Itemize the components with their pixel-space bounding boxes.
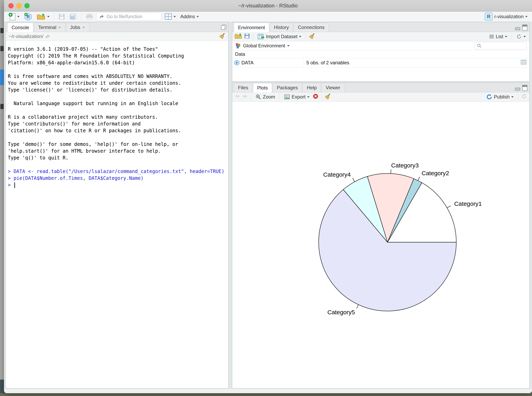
- tab-help[interactable]: Help: [303, 83, 321, 92]
- open-file-button[interactable]: [35, 12, 51, 21]
- addins-dropdown[interactable]: Addins: [179, 13, 200, 20]
- list-view-dropdown[interactable]: List: [488, 33, 509, 40]
- pie-label-tick: [353, 178, 355, 182]
- pie-label: Category4: [323, 171, 351, 178]
- publish-dropdown[interactable]: Publish: [485, 93, 515, 101]
- environment-search-input[interactable]: [483, 43, 520, 49]
- pie-label: Category2: [421, 170, 449, 176]
- magnifier-icon: [256, 94, 261, 100]
- tab-environment[interactable]: Environment: [234, 23, 269, 32]
- toolbar-separator: [253, 33, 253, 40]
- maximize-pane-icon[interactable]: [522, 85, 527, 91]
- tab-terminal[interactable]: Terminal ×: [34, 23, 65, 32]
- window-title: ~/r-visualization - RStudio: [238, 3, 298, 9]
- console-output-line: Copyright (C) 2019 The R Foundation for …: [8, 52, 228, 59]
- tab-viewer[interactable]: Viewer: [322, 83, 345, 92]
- background-window-edge: [0, 0, 4, 380]
- next-plot-button[interactable]: [242, 94, 248, 100]
- tab-label: Environment: [238, 23, 265, 32]
- chevron-down-icon: [511, 96, 514, 98]
- publish-icon: [486, 94, 492, 100]
- main-toolbar: R: [4, 12, 532, 22]
- popout-pane-icon[interactable]: [221, 25, 226, 30]
- new-project-icon: R: [24, 12, 32, 21]
- desktop-background: [0, 393, 532, 396]
- console-output-line: Type 'license()' or 'licence()' for dist…: [8, 87, 228, 93]
- console-command-line: > pie(DATA$Number.of.Times, DATA$Categor…: [8, 175, 228, 182]
- list-icon: [489, 34, 494, 39]
- new-project-button[interactable]: R: [23, 12, 34, 22]
- close-icon[interactable]: ×: [82, 25, 85, 30]
- goto-directory-icon[interactable]: [45, 34, 50, 39]
- search-icon: [477, 43, 482, 48]
- save-workspace-button[interactable]: [244, 33, 250, 40]
- export-label: Export: [292, 94, 305, 100]
- chevron-down-icon: [307, 96, 310, 98]
- tab-label: History: [274, 23, 289, 32]
- rstudio-window: ~/r-visualization - RStudio R: [4, 0, 532, 393]
- previous-plot-button[interactable]: [235, 94, 240, 100]
- view-table-button[interactable]: [520, 59, 526, 66]
- export-dropdown[interactable]: Export: [283, 93, 310, 100]
- save-all-button[interactable]: [68, 13, 78, 21]
- text-cursor: [14, 182, 15, 188]
- import-dataset-icon: [257, 34, 264, 39]
- tab-files[interactable]: Files: [234, 83, 252, 92]
- console-output-line: [8, 93, 228, 100]
- project-dropdown[interactable]: R r-visualization: [483, 12, 529, 21]
- save-button[interactable]: [57, 13, 66, 21]
- zoom-plot-button[interactable]: Zoom: [254, 93, 276, 100]
- print-button[interactable]: [84, 13, 94, 21]
- tab-history[interactable]: History: [270, 23, 293, 32]
- close-icon[interactable]: ×: [58, 25, 61, 30]
- broom-icon: [309, 33, 315, 39]
- tab-plots[interactable]: Plots: [253, 83, 272, 92]
- console-output-line: Type 'q()' to quit R.: [8, 154, 228, 161]
- zoom-window-button[interactable]: [24, 3, 29, 8]
- goto-file-input[interactable]: [106, 14, 151, 20]
- table-icon: [520, 59, 526, 65]
- clear-console-button[interactable]: [219, 33, 225, 40]
- new-file-button[interactable]: [7, 12, 21, 21]
- console-header: ~/r-visualization/: [6, 32, 228, 41]
- tab-connections[interactable]: Connections: [294, 23, 328, 32]
- minimize-pane-icon[interactable]: [515, 88, 520, 91]
- console-output-line: You are welcome to redistribute it under…: [8, 80, 228, 87]
- console-output-line: R is free software and comes with ABSOLU…: [8, 73, 228, 80]
- background-blob: [0, 46, 4, 51]
- tab-packages[interactable]: Packages: [273, 83, 302, 92]
- clear-objects-button[interactable]: [309, 33, 315, 40]
- clear-all-plots-button[interactable]: [325, 93, 331, 101]
- expand-object-icon[interactable]: [234, 60, 240, 65]
- remove-plot-button[interactable]: [313, 93, 318, 100]
- console-output[interactable]: R version 3.6.1 (2019-07-05) -- "Action …: [6, 41, 228, 188]
- load-workspace-button[interactable]: [235, 33, 242, 40]
- toolbar-separator: [279, 94, 280, 100]
- environment-scope-bar: Global Environment: [232, 41, 529, 50]
- new-file-icon: [8, 13, 16, 21]
- pane-layout-button[interactable]: [164, 13, 177, 21]
- refresh-plot-button[interactable]: [521, 93, 527, 100]
- minimize-window-button[interactable]: [16, 3, 22, 8]
- minimize-pane-icon[interactable]: [515, 27, 520, 30]
- environment-tabstrip: Environment History Connections: [232, 22, 529, 32]
- environment-object-row[interactable]: DATA 5 obs. of 2 variables: [232, 58, 529, 68]
- background-blob: [0, 104, 4, 109]
- environment-searchbox: [475, 42, 526, 50]
- refresh-environment-button[interactable]: [515, 33, 527, 40]
- console-prompt-line[interactable]: >: [8, 182, 228, 188]
- save-icon: [244, 33, 250, 39]
- import-dataset-dropdown[interactable]: Import Dataset: [256, 33, 303, 40]
- console-output-line: 'citation()' on how to cite R or R packa…: [8, 127, 228, 134]
- close-window-button[interactable]: [8, 3, 14, 8]
- tab-console[interactable]: Console: [7, 23, 33, 32]
- tab-jobs[interactable]: Jobs ×: [66, 23, 89, 32]
- zoom-label: Zoom: [263, 94, 275, 100]
- environment-scope-dropdown[interactable]: Global Environment: [243, 43, 285, 49]
- maximize-pane-icon[interactable]: [522, 25, 527, 31]
- chevron-down-icon: [17, 16, 20, 17]
- traffic-lights: [8, 0, 29, 12]
- save-icon: [58, 13, 65, 20]
- chevron-down-icon: [299, 36, 301, 37]
- pie-label: Category3: [391, 162, 419, 169]
